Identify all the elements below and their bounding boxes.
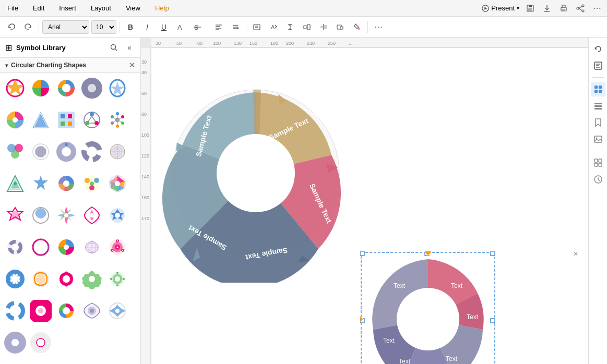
right-panel <box>588 38 607 364</box>
more-toolbar-btn[interactable]: ⋯ <box>371 20 386 34</box>
shape-item[interactable] <box>80 140 104 164</box>
shape-item[interactable] <box>80 76 104 100</box>
shape-item[interactable] <box>105 203 129 227</box>
align-shape-button[interactable] <box>300 20 314 34</box>
right-panel-undo-btn[interactable] <box>591 42 605 56</box>
print-icon-btn[interactable] <box>558 3 569 14</box>
doughnut-chart[interactable]: Text Text Text Text Text Text <box>360 251 496 364</box>
deselect-button[interactable]: ✕ <box>573 250 578 258</box>
shape-item[interactable] <box>29 203 53 227</box>
shape-item[interactable] <box>105 76 129 100</box>
shape-item[interactable] <box>3 235 27 259</box>
menu-help[interactable]: Help <box>152 2 172 14</box>
insert-text-button[interactable] <box>249 20 264 34</box>
shape-item[interactable] <box>80 203 104 227</box>
spacing-button[interactable] <box>283 20 297 34</box>
section-close-button[interactable]: ✕ <box>129 61 135 69</box>
search-button[interactable] <box>108 42 120 53</box>
more-options-btn[interactable]: ⋯ <box>591 3 603 14</box>
strikethrough-button[interactable]: S <box>190 20 205 34</box>
align-center-button[interactable] <box>316 20 331 34</box>
right-panel-layers-btn[interactable] <box>591 99 605 113</box>
text-color-button[interactable]: A <box>173 20 188 34</box>
right-panel-shapes-btn[interactable] <box>591 82 605 96</box>
shape-item[interactable] <box>105 108 129 132</box>
right-panel-format-btn[interactable] <box>591 58 605 73</box>
save-icon-btn[interactable] <box>525 3 536 14</box>
shape-item[interactable] <box>29 331 53 355</box>
shape-item[interactable] <box>3 203 27 227</box>
menu-file[interactable]: File <box>4 2 21 14</box>
download-icon-btn[interactable] <box>541 3 553 14</box>
shape-item[interactable] <box>105 299 129 323</box>
present-dropdown-icon: ▾ <box>517 5 519 11</box>
shape-item[interactable] <box>105 267 129 291</box>
shape-item[interactable] <box>54 172 78 196</box>
shape-item[interactable] <box>3 299 27 323</box>
shape-item[interactable] <box>29 140 53 164</box>
bold-button[interactable]: B <box>123 20 138 34</box>
right-panel-image-btn[interactable] <box>591 132 605 147</box>
svg-point-150 <box>63 307 70 314</box>
font-size-select[interactable]: 10 <box>91 20 116 34</box>
right-panel-history-btn[interactable] <box>591 172 605 187</box>
menu-view[interactable]: View <box>123 2 144 14</box>
underline-button[interactable]: U <box>157 20 171 34</box>
shape-item[interactable] <box>80 299 104 323</box>
align-left-icon <box>215 23 223 31</box>
shape-item[interactable] <box>54 203 78 227</box>
canvas-area[interactable]: 30 50 80 100 130 150 180 200 230 250 ... <box>141 38 588 364</box>
shape-item[interactable] <box>29 76 53 100</box>
shape-item[interactable] <box>105 140 129 164</box>
shape-item[interactable] <box>29 299 53 323</box>
svg-rect-221 <box>594 105 602 107</box>
font-family-select[interactable]: Arial <box>42 20 89 34</box>
shape-item[interactable] <box>29 172 53 196</box>
menu-layout[interactable]: Layout <box>88 2 114 14</box>
shape-item[interactable] <box>54 299 78 323</box>
present-button[interactable]: Present ▾ <box>482 4 519 12</box>
text-rotate-button[interactable]: A <box>266 20 281 34</box>
shape-item[interactable] <box>3 267 27 291</box>
right-panel-data-btn[interactable] <box>591 155 605 170</box>
shape-item[interactable] <box>29 267 53 291</box>
shape-item[interactable] <box>80 267 104 291</box>
svg-text:80: 80 <box>141 112 147 117</box>
menu-edit[interactable]: Edit <box>30 2 47 14</box>
resize-button[interactable] <box>333 20 348 34</box>
shape-item[interactable] <box>54 140 78 164</box>
svg-rect-39 <box>340 27 343 29</box>
shape-item[interactable] <box>3 331 27 355</box>
shape-item[interactable] <box>80 172 104 196</box>
share-icon-btn[interactable] <box>575 3 586 14</box>
shape-item[interactable] <box>3 140 27 164</box>
redo-button[interactable] <box>21 20 35 34</box>
right-panel-bookmark-btn[interactable] <box>591 115 605 130</box>
collapse-sidebar-button[interactable]: « <box>124 42 135 53</box>
shape-item[interactable] <box>54 108 78 132</box>
shape-item[interactable] <box>54 235 78 259</box>
menu-insert[interactable]: Insert <box>56 2 79 14</box>
shape-item[interactable] <box>105 235 129 259</box>
align-options-button[interactable] <box>228 20 243 34</box>
shape-item[interactable] <box>80 108 104 132</box>
svg-rect-36 <box>320 26 323 28</box>
shape-item[interactable] <box>29 108 53 132</box>
undo-button[interactable] <box>4 20 19 34</box>
shape-item[interactable] <box>54 76 78 100</box>
shape-item[interactable] <box>29 235 53 259</box>
fill-color-button[interactable] <box>350 20 364 34</box>
shape-item[interactable] <box>3 76 27 100</box>
svg-rect-216 <box>594 86 598 89</box>
right-panel-sep-1 <box>592 77 604 78</box>
canvas[interactable]: Sample Text Sample Text Sample Text Samp… <box>151 48 588 364</box>
italic-button[interactable]: I <box>140 20 154 34</box>
shape-item[interactable] <box>3 172 27 196</box>
shape-item[interactable] <box>80 235 104 259</box>
shape-item[interactable] <box>3 108 27 132</box>
align-left-button[interactable] <box>211 20 226 34</box>
shape-item[interactable] <box>54 267 78 291</box>
svg-marker-1 <box>484 7 487 9</box>
svg-text:100: 100 <box>213 41 221 46</box>
shape-item[interactable] <box>105 172 129 196</box>
